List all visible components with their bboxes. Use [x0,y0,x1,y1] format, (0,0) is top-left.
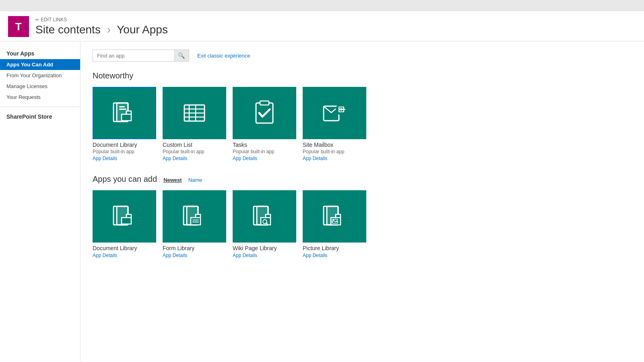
sidebar-item-apps-you-can-add[interactable]: Apps You Can Add [0,59,80,70]
app-card-desc: Popular built-in app [303,149,366,154]
header-text: EDIT LINKS Site contents › Your Apps [35,17,168,36]
search-and-actions: 🔍 Exit classic experience [93,49,632,62]
app-details-link-picture-library[interactable]: App Details [303,253,327,258]
app-card-name: Tasks [233,142,296,148]
app-card-custom-list[interactable]: Custom List Popular built-in app App Det… [163,87,226,162]
app-icon-box-custom-list [163,87,226,139]
app-details-link-form-library[interactable]: App Details [163,253,187,258]
breadcrumb-part1: Site contents [35,23,101,36]
page-title: Site contents › Your Apps [35,23,168,36]
svg-point-30 [333,220,334,221]
app-card-name: Custom List [163,142,226,148]
app-icon-box-tasks [233,87,296,139]
app-details-link-doc-lib-add[interactable]: App Details [93,253,117,258]
app-card-wiki-page-library[interactable]: Wiki Page Library App Details [233,190,296,259]
pencil-icon [35,17,39,23]
apps-you-can-add-title: Apps you can add [93,175,157,184]
search-input[interactable] [93,50,174,61]
app-card-document-library-noteworthy[interactable]: Document Library Popular built-in app Ap… [93,87,156,162]
app-card-name: Form Library [163,245,226,251]
app-icon-box-document-library [93,87,156,139]
app-card-name: Site Mailbox [303,142,366,148]
sidebar-item-manage-licenses[interactable]: Manage Licenses [0,81,80,92]
app-card-desc: Popular built-in app [93,149,156,154]
app-details-link-wiki-page-library[interactable]: App Details [233,253,257,258]
top-bar [0,0,644,11]
main-layout: Your Apps Apps You Can Add From Your Org… [0,41,644,362]
sidebar-item-your-requests[interactable]: Your Requests [0,92,80,103]
sort-name-link[interactable]: Name [188,177,202,183]
app-details-link-tasks[interactable]: App Details [233,156,257,161]
apps-you-can-add-header-row: Apps you can add Newest Name [93,175,632,184]
app-card-name: Picture Library [303,245,366,251]
search-box: 🔍 [93,49,189,62]
exit-classic-link[interactable]: Exit classic experience [197,53,250,59]
header: T EDIT LINKS Site contents › Your Apps [0,11,644,41]
app-icon-box-picture-library [303,190,366,243]
app-icon-box-doc-lib-add [93,190,156,243]
svg-rect-2 [119,106,125,107]
app-card-name: Document Library [93,245,156,251]
breadcrumb-separator: › [107,23,111,36]
app-icon-box-site-mailbox [303,87,366,139]
edit-links[interactable]: EDIT LINKS [35,17,168,23]
app-card-form-library[interactable]: Form Library App Details [163,190,226,259]
sidebar-item-from-your-org[interactable]: From Your Organization [0,70,80,81]
app-card-desc: Popular built-in app [163,149,226,154]
app-card-tasks[interactable]: Tasks Popular built-in app App Details [233,87,296,162]
app-details-link-doc-lib-noteworthy[interactable]: App Details [93,156,117,161]
from-your-org-label: From Your Organization [6,72,62,78]
svg-rect-3 [119,109,126,110]
your-apps-label: Your Apps [6,50,34,57]
app-details-link-site-mailbox[interactable]: App Details [303,156,327,161]
your-requests-label: Your Requests [6,94,41,100]
noteworthy-title: Noteworthy [93,71,632,80]
app-details-link-custom-list[interactable]: App Details [163,156,187,161]
sort-newest-link[interactable]: Newest [163,177,182,183]
svg-rect-11 [260,101,269,105]
app-card-name: Wiki Page Library [233,245,296,251]
sidebar-item-your-apps[interactable]: Your Apps [0,48,80,59]
app-card-desc: Popular built-in app [233,149,296,154]
app-icon-box-form-library [163,190,226,243]
search-button[interactable]: 🔍 [174,50,189,61]
sidebar-divider [0,107,80,107]
apps-you-can-add-grid: Document Library App Details [93,190,632,259]
sharepoint-store-label: SharePoint Store [6,113,52,120]
app-card-picture-library[interactable]: Picture Library App Details [303,190,366,259]
edit-links-label: EDIT LINKS [41,17,67,23]
app-icon-box-wiki-page-library [233,190,296,243]
app-card-document-library-add[interactable]: Document Library App Details [93,190,156,259]
app-card-site-mailbox[interactable]: Site Mailbox Popular built-in app App De… [303,87,366,162]
sidebar-item-sharepoint-store[interactable]: SharePoint Store [0,111,80,122]
content: 🔍 Exit classic experience Noteworthy [80,41,644,362]
app-card-name: Document Library [93,142,156,148]
logo-box: T [8,16,29,37]
apps-you-can-add-label: Apps You Can Add [6,62,53,68]
sidebar: Your Apps Apps You Can Add From Your Org… [0,41,80,362]
noteworthy-grid: Document Library Popular built-in app Ap… [93,87,632,162]
svg-point-15 [340,108,343,111]
manage-licenses-label: Manage Licenses [6,83,47,89]
logo-letter: T [15,21,22,33]
exit-classic-label: Exit classic experience [197,53,250,59]
breadcrumb-part2: Your Apps [117,23,168,36]
